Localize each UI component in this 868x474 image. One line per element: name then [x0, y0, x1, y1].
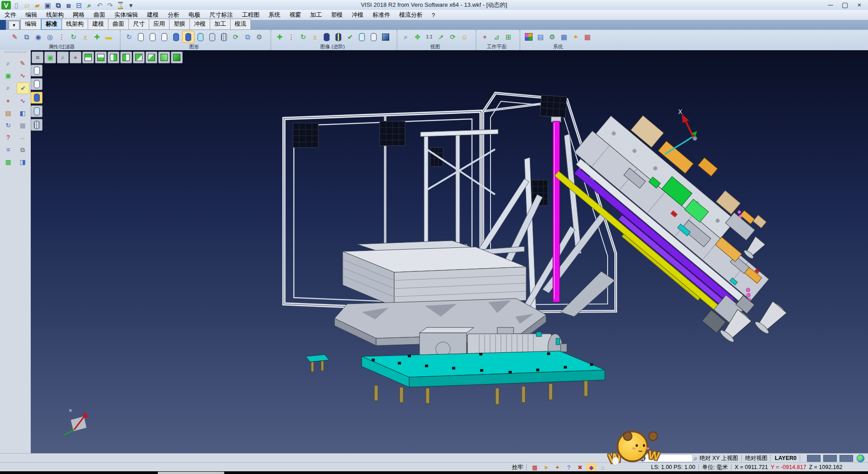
shaded-edges-mode-icon[interactable]: [182, 31, 194, 43]
cursor-snap-icon[interactable]: ➤: [541, 463, 551, 471]
transparent-mode-icon[interactable]: [195, 31, 206, 43]
toolbar-config-icon[interactable]: ▦: [558, 31, 570, 43]
update-shading-icon[interactable]: ⟳: [230, 31, 241, 43]
menu-item-0[interactable]: 文件: [0, 10, 21, 20]
notes-icon[interactable]: ≡: [2, 144, 14, 155]
macro-icon[interactable]: ⌛: [116, 1, 125, 9]
copy-entity-icon[interactable]: ⧉: [17, 144, 28, 155]
menu-item-16[interactable]: 标准件: [368, 10, 395, 20]
shaded-mode-icon[interactable]: [170, 31, 182, 43]
window-select-icon[interactable]: ▣: [2, 70, 14, 81]
point-snap-icon[interactable]: ✖: [575, 463, 585, 471]
print-icon[interactable]: ⊟: [74, 1, 84, 9]
menu-item-15[interactable]: 冲模: [347, 10, 368, 20]
axis-origin-icon[interactable]: ⌖: [70, 52, 81, 63]
copy-shading-icon[interactable]: ⧉: [242, 31, 253, 43]
search-icon[interactable]: ⌕: [694, 455, 698, 462]
curve-edit-icon[interactable]: ∿: [17, 95, 28, 106]
globe-icon[interactable]: [857, 455, 864, 462]
zoom-dynamic-icon[interactable]: ⌕: [2, 82, 14, 93]
view-bottom-icon[interactable]: [95, 52, 107, 63]
solid-display-icon[interactable]: ▦: [17, 120, 28, 131]
fit-view-icon[interactable]: ▣: [44, 52, 56, 63]
shading-settings-icon[interactable]: ⚙: [254, 31, 265, 43]
tab-overflow-button[interactable]: ▼: [9, 21, 19, 30]
absolute-view-label[interactable]: 绝对视图: [745, 455, 768, 462]
entity-snap-icon[interactable]: ✦: [552, 463, 562, 471]
confirm-icon[interactable]: ✔: [17, 82, 29, 94]
workplane-view-icon[interactable]: ⊞: [503, 31, 514, 43]
toggle-visibility-icon[interactable]: ±: [80, 31, 91, 43]
solid-validate-icon[interactable]: ✔: [344, 31, 356, 43]
toolbar-options-arrow[interactable]: ▾: [126, 1, 136, 9]
open-file-icon[interactable]: ▱: [22, 1, 32, 9]
selection-settings-icon[interactable]: ✦: [570, 31, 581, 43]
solids-refresh-icon[interactable]: ↻: [297, 31, 309, 43]
lock-label[interactable]: 拴牢: [512, 464, 523, 471]
view-left-icon[interactable]: [120, 52, 132, 63]
dashed-hidden-mode-icon[interactable]: [159, 31, 170, 43]
solid-snap-icon[interactable]: ◆: [586, 463, 596, 471]
help-icon[interactable]: ?: [2, 132, 14, 143]
filter-shaded-icon[interactable]: [31, 92, 42, 104]
export-icon[interactable]: ⧈: [64, 1, 73, 9]
workplane-entity-icon[interactable]: ⊿: [491, 31, 502, 43]
filter-wireframe-icon[interactable]: [31, 65, 42, 76]
menu-item-12[interactable]: 视窗: [285, 10, 306, 20]
solid-striped-icon[interactable]: [333, 31, 344, 43]
zoom-extents-icon[interactable]: ✥: [412, 31, 423, 43]
zoom-fly-icon[interactable]: ⌕: [57, 52, 69, 63]
mesh-mode-icon[interactable]: [218, 31, 230, 43]
visibility-manager-icon[interactable]: ⋮: [56, 31, 67, 43]
grid-settings-icon[interactable]: ▦: [582, 31, 593, 43]
hide-entities-icon[interactable]: ◎: [44, 31, 56, 43]
tab-application[interactable]: 应用: [149, 19, 170, 30]
close-button[interactable]: ×: [853, 0, 866, 9]
palette-icon[interactable]: ▩: [2, 156, 14, 167]
modify-attributes-icon[interactable]: ✎: [9, 31, 20, 43]
zoom-window-icon[interactable]: ⌕: [400, 31, 411, 43]
pan-icon[interactable]: ➚: [435, 31, 447, 43]
rotate-view-icon[interactable]: ⟳: [447, 31, 458, 43]
filter-hidden-icon[interactable]: [31, 78, 42, 90]
minimize-button[interactable]: ─: [824, 0, 837, 9]
solid-shaded-icon[interactable]: [321, 31, 332, 43]
ghost-mode-icon[interactable]: [207, 31, 218, 43]
grid-snap-icon[interactable]: ▦: [530, 463, 540, 471]
viewport-menu-icon[interactable]: ≡: [32, 52, 43, 63]
tab-edit[interactable]: 编辑: [20, 19, 41, 30]
copy-attributes-icon[interactable]: ⧉: [21, 31, 32, 43]
tab-stamping[interactable]: 冲模: [190, 19, 210, 30]
redo-icon[interactable]: ↷: [105, 1, 115, 9]
wireframe-mode-icon[interactable]: [135, 31, 146, 43]
menu-item-14[interactable]: 塑模: [326, 10, 347, 20]
show-all-icon[interactable]: ✚: [91, 31, 103, 43]
measure-icon[interactable]: ↔: [17, 132, 28, 143]
solid-cube-icon[interactable]: [380, 31, 391, 43]
solids-manager-icon[interactable]: ⋮: [286, 31, 297, 43]
status-search[interactable]: A: [638, 454, 693, 462]
tab-surface[interactable]: 曲面: [108, 19, 129, 30]
status-swatch-3[interactable]: [840, 455, 853, 462]
status-search-input[interactable]: [646, 455, 689, 462]
solids-toggle-icon[interactable]: ±: [309, 31, 321, 43]
erase-icon[interactable]: ✎: [17, 58, 28, 69]
profile-snap-icon[interactable]: ⌂: [598, 463, 608, 471]
menu-item-17[interactable]: 模流分析: [395, 10, 427, 20]
options-icon[interactable]: ⚙: [547, 31, 558, 43]
layer-paint-icon[interactable]: ▤: [2, 108, 14, 118]
ucs-move-icon[interactable]: ⌖: [2, 95, 14, 106]
maximize-button[interactable]: ▢: [838, 0, 852, 9]
zoom-select-icon[interactable]: ⌕: [2, 58, 14, 69]
layer-indicator[interactable]: LAYER0: [775, 455, 797, 461]
view-front-icon[interactable]: [133, 52, 145, 63]
system-settings-icon[interactable]: ▤: [535, 31, 546, 43]
hide-all-icon[interactable]: ▬: [103, 31, 114, 43]
view-iso-icon[interactable]: [158, 52, 170, 63]
view-top-icon[interactable]: [82, 52, 94, 63]
visi-logo[interactable]: V: [1, 1, 11, 9]
show-entities-icon[interactable]: ◉: [33, 31, 44, 43]
menu-item-13[interactable]: 加工: [306, 10, 326, 20]
view-shaded-icon[interactable]: [171, 52, 183, 63]
sidebar-grip[interactable]: [5, 52, 26, 56]
